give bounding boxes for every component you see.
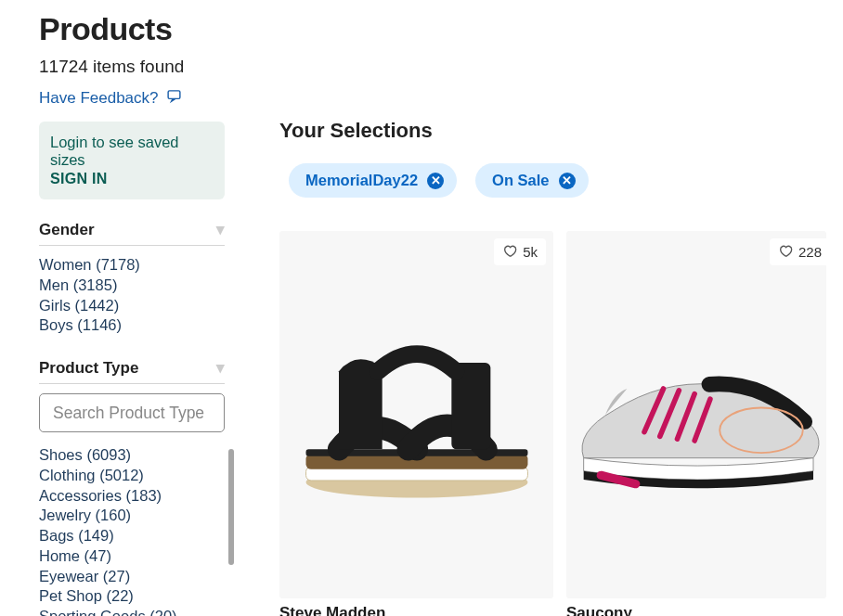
facet-label: Eyewear [39, 568, 98, 584]
heart-icon [502, 243, 517, 261]
facet-item-sporting-goods[interactable]: Sporting Goods (20) [39, 607, 225, 616]
product-image [566, 231, 826, 598]
selections-title: Your Selections [279, 119, 843, 143]
sign-in-link[interactable]: SIGN IN [50, 171, 214, 187]
feedback-link[interactable]: Have Feedback? [39, 88, 239, 109]
product-type-search-input[interactable] [39, 393, 225, 432]
facet-count: (27) [103, 568, 130, 584]
close-icon[interactable]: ✕ [427, 173, 444, 189]
facet-count: (183) [126, 487, 162, 504]
facet-label: Home [39, 547, 80, 564]
facet-title: Gender [39, 221, 95, 239]
facet-count: (3185) [73, 276, 118, 293]
facet-header-product-type[interactable]: Product Type ▾ [39, 358, 225, 384]
facet-item-men[interactable]: Men (3185) [39, 276, 239, 296]
facet-label: Jewelry [39, 507, 91, 523]
facet-item-home[interactable]: Home (47) [39, 546, 225, 567]
facet-count: (6093) [86, 446, 131, 463]
facet-item-eyewear[interactable]: Eyewear (27) [39, 567, 225, 587]
facet-count: (5012) [99, 467, 144, 483]
facet-count: (22) [106, 587, 133, 604]
chip-on-sale[interactable]: On Sale ✕ [475, 163, 588, 198]
product-brand: Saucony [566, 604, 826, 616]
heart-icon [778, 243, 793, 261]
facet-count: (47) [84, 547, 111, 564]
page-title: Products [39, 11, 239, 47]
favorite-count: 5k [523, 244, 538, 260]
facet-label: Boys [39, 316, 73, 333]
facet-item-accessories[interactable]: Accessories (183) [39, 486, 225, 507]
product-card[interactable]: 5k [279, 231, 553, 598]
facet-count: (1442) [75, 297, 120, 314]
favorite-count: 228 [798, 244, 822, 260]
items-found: 11724 items found [39, 57, 239, 77]
facet-count: (160) [96, 507, 132, 523]
product-grid: 5k [279, 231, 843, 616]
facet-count: (20) [149, 608, 176, 616]
chevron-down-icon: ▾ [216, 220, 225, 239]
facet-item-girls[interactable]: Girls (1442) [39, 296, 239, 316]
facet-header-gender[interactable]: Gender ▾ [39, 220, 225, 246]
close-icon[interactable]: ✕ [559, 173, 576, 189]
favorite-button[interactable]: 228 [770, 238, 826, 265]
facet-item-bags[interactable]: Bags (149) [39, 526, 225, 546]
chevron-down-icon: ▾ [216, 358, 225, 378]
facet-item-pet-shop[interactable]: Pet Shop (22) [39, 586, 225, 607]
facet-label: Pet Shop [39, 587, 102, 604]
scrollbar[interactable] [228, 449, 234, 565]
facet-list-product-type: Shoes (6093) Clothing (5012) Accessories… [39, 445, 225, 616]
facet-count: (1146) [77, 316, 122, 333]
selection-chips: MemorialDay22 ✕ On Sale ✕ [279, 163, 843, 198]
facet-label: Women [39, 256, 92, 273]
facet-label: Clothing [39, 467, 96, 483]
facet-list-gender: Women (7178) Men (3185) Girls (1442) Boy… [39, 255, 239, 336]
product-image [279, 231, 553, 598]
facet-item-jewelry[interactable]: Jewelry (160) [39, 506, 225, 526]
chip-label: On Sale [492, 172, 549, 189]
feedback-icon [166, 88, 182, 109]
chip-memorialday22[interactable]: MemorialDay22 ✕ [289, 163, 457, 198]
facet-label: Accessories [39, 487, 122, 504]
login-message: Login to see saved sizes [50, 134, 214, 169]
facet-label: Girls [39, 297, 71, 314]
facet-title: Product Type [39, 359, 138, 378]
facet-item-shoes[interactable]: Shoes (6093) [39, 445, 225, 466]
facet-item-women[interactable]: Women (7178) [39, 255, 239, 276]
product-brand: Steve Madden [279, 604, 553, 616]
facet-item-clothing[interactable]: Clothing (5012) [39, 466, 225, 486]
feedback-label: Have Feedback? [39, 89, 159, 108]
facet-item-boys[interactable]: Boys (1146) [39, 315, 239, 336]
favorite-button[interactable]: 5k [494, 238, 546, 265]
facet-label: Sporting Goods [39, 608, 146, 616]
facet-count: (149) [78, 527, 114, 544]
product-card[interactable]: 228 [566, 231, 826, 598]
login-box: Login to see saved sizes SIGN IN [39, 122, 225, 199]
facet-label: Shoes [39, 446, 83, 463]
facet-label: Men [39, 276, 69, 293]
facet-label: Bags [39, 527, 74, 544]
svg-rect-0 [168, 91, 180, 99]
facet-count: (7178) [96, 256, 140, 273]
chip-label: MemorialDay22 [305, 172, 418, 189]
